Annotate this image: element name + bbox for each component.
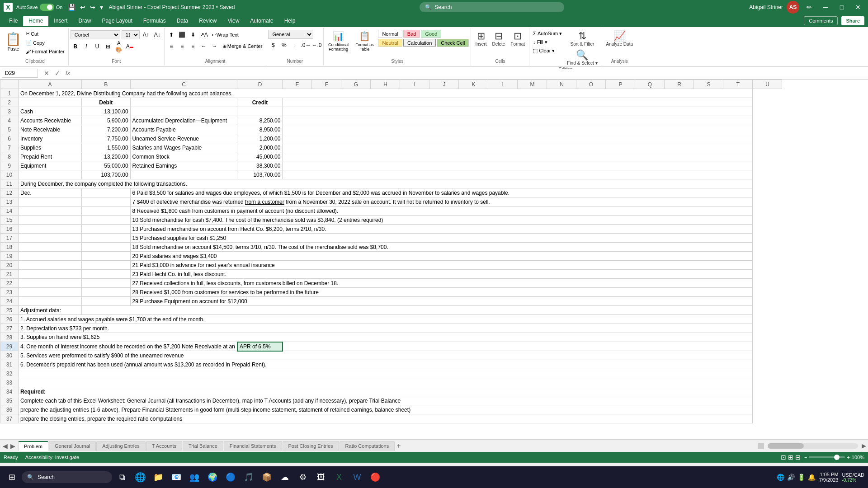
redo-button[interactable]: ↪ bbox=[88, 3, 97, 12]
row-header-11[interactable]: 11 bbox=[0, 179, 19, 188]
col-header-l[interactable]: L bbox=[488, 80, 518, 89]
check-cell-style[interactable]: Check Cell bbox=[437, 39, 469, 47]
row-header-29[interactable]: 29 bbox=[0, 342, 19, 351]
col-header-a[interactable]: A bbox=[19, 80, 82, 89]
cell-a16[interactable] bbox=[19, 225, 82, 234]
task-view-button[interactable]: ⧉ bbox=[114, 469, 130, 485]
cell-a11[interactable]: During December, the company completed t… bbox=[19, 179, 753, 188]
cell-a27[interactable]: 2. Depreciation was $733 per month. bbox=[19, 324, 753, 333]
cell-a12[interactable]: Dec. bbox=[19, 188, 82, 197]
italic-button[interactable]: I bbox=[81, 42, 91, 52]
cell-c15[interactable]: 10 Sold merchandise for cash $7,400. The… bbox=[130, 216, 753, 225]
row-header-35[interactable]: 35 bbox=[0, 396, 19, 405]
share-button[interactable]: Share bbox=[841, 16, 864, 25]
cell-b19[interactable] bbox=[81, 252, 130, 261]
paste-button[interactable]: 📋 Paste bbox=[4, 30, 23, 53]
settings-taskbar-button[interactable]: ⚙ bbox=[295, 469, 311, 485]
font-size-select[interactable]: 11 bbox=[122, 30, 140, 39]
col-header-c[interactable]: C bbox=[130, 80, 237, 89]
cell-c2[interactable] bbox=[130, 98, 237, 107]
cell-c17[interactable]: 15 Purchased supplies for cash $1,250 bbox=[130, 234, 753, 243]
tab-formulas[interactable]: Formulas bbox=[138, 16, 171, 26]
tab-review[interactable]: Review bbox=[193, 16, 222, 26]
sheet-tab-ratio-computations[interactable]: Ratio Computations bbox=[340, 441, 395, 451]
align-center-button[interactable]: ≡ bbox=[177, 41, 187, 51]
cell-a4[interactable]: Accounts Receivable bbox=[19, 116, 82, 125]
col-header-s[interactable]: S bbox=[694, 80, 723, 89]
cell-d7[interactable]: 2,000.00 bbox=[237, 143, 283, 152]
row-header-26[interactable]: 26 bbox=[0, 315, 19, 324]
cell-a9[interactable]: Equipment bbox=[19, 161, 82, 170]
cell-b24[interactable] bbox=[81, 297, 130, 306]
delete-button[interactable]: ⊟ Delete bbox=[490, 30, 508, 48]
row-header-24[interactable]: 24 bbox=[0, 297, 19, 306]
outlook-button[interactable]: 📧 bbox=[168, 469, 184, 485]
cell-c10[interactable] bbox=[130, 170, 237, 179]
cell-b15[interactable] bbox=[81, 216, 130, 225]
col-header-q[interactable]: Q bbox=[635, 80, 665, 89]
battery-icon[interactable]: 🔋 bbox=[797, 474, 805, 481]
cell-e7[interactable] bbox=[283, 143, 753, 152]
cell-e3[interactable] bbox=[283, 107, 753, 116]
tab-help[interactable]: Help bbox=[279, 16, 301, 26]
row-header-10[interactable]: 10 bbox=[0, 170, 19, 179]
cell-a36[interactable]: prepare the adjusting entries (1-6 above… bbox=[19, 405, 753, 414]
tab-draw[interactable]: Draw bbox=[73, 16, 96, 26]
page-break-view-button[interactable]: ⊟ bbox=[795, 454, 801, 461]
decrease-indent-button[interactable]: ← bbox=[199, 41, 209, 51]
col-header-e[interactable]: E bbox=[283, 80, 312, 89]
row-header-22[interactable]: 22 bbox=[0, 279, 19, 288]
spreadsheet-container[interactable]: A B C D E F G H I J K L M N O P Q R S T bbox=[0, 80, 868, 439]
conditional-format-button[interactable]: 📊 Conditional Formatting bbox=[326, 30, 351, 52]
cell-c18[interactable]: 18 Sold merchandise on account $14,500, … bbox=[130, 243, 753, 252]
add-sheet-button[interactable]: + bbox=[396, 442, 401, 450]
horizontal-scrollbar[interactable] bbox=[768, 443, 858, 449]
row-header-30[interactable]: 30 bbox=[0, 351, 19, 360]
cell-c19[interactable]: 20 Paid salaries and wages $3,400 bbox=[130, 252, 753, 261]
format-painter-button[interactable]: 🖌 Format Painter bbox=[24, 48, 66, 55]
row-header-20[interactable]: 20 bbox=[0, 261, 19, 270]
row-header-33[interactable]: 33 bbox=[0, 378, 19, 387]
cell-a26[interactable]: 1. Accrued salaries and wages payable we… bbox=[19, 315, 753, 324]
cut-button[interactable]: ✂ Cut bbox=[24, 30, 66, 38]
cell-b25[interactable] bbox=[81, 306, 753, 315]
cell-a10[interactable] bbox=[19, 170, 82, 179]
cell-a3[interactable]: Cash bbox=[19, 107, 82, 116]
cancel-formula-button[interactable]: ✕ bbox=[42, 69, 51, 78]
cell-d10[interactable]: 103,700.00 bbox=[237, 170, 283, 179]
increase-font-button[interactable]: A↑ bbox=[141, 30, 151, 40]
cell-c21[interactable]: 23 Paid Hecht Co. in full, less discount… bbox=[130, 270, 753, 279]
col-header-p[interactable]: P bbox=[606, 80, 635, 89]
cell-a35[interactable]: Complete each tab of this Excel Workshee… bbox=[19, 396, 753, 405]
orientation-button[interactable]: ↗A bbox=[199, 30, 209, 40]
row-header-23[interactable]: 23 bbox=[0, 288, 19, 297]
cell-a23[interactable] bbox=[19, 288, 82, 297]
cell-c9[interactable]: Retained Earnings bbox=[130, 161, 237, 170]
cell-b16[interactable] bbox=[81, 225, 130, 234]
normal-view-button[interactable]: ⊡ bbox=[781, 454, 786, 461]
cell-a25[interactable]: Adjustment data: bbox=[19, 306, 82, 315]
file-explorer-button[interactable]: 📁 bbox=[150, 469, 166, 485]
cell-c6[interactable]: Unearned Service Revenue bbox=[130, 134, 237, 143]
row-header-25[interactable]: 25 bbox=[0, 306, 19, 315]
close-button[interactable]: ✕ bbox=[852, 1, 864, 14]
row-header-15[interactable]: 15 bbox=[0, 216, 19, 225]
teams-button[interactable]: 👥 bbox=[186, 469, 203, 485]
cell-b22[interactable] bbox=[81, 279, 130, 288]
cell-e8[interactable] bbox=[283, 152, 753, 161]
page-layout-view-button[interactable]: ⊞ bbox=[788, 454, 793, 461]
cell-d3[interactable] bbox=[237, 107, 283, 116]
row-header-1[interactable]: 1 bbox=[0, 89, 19, 98]
zoom-slider[interactable] bbox=[809, 456, 845, 458]
neutral-style[interactable]: Neutral bbox=[378, 39, 402, 47]
cell-a28[interactable]: 3. Supplies on hand were $1,625 bbox=[19, 333, 753, 342]
format-table-button[interactable]: 📋 Format as Table bbox=[352, 30, 377, 52]
cell-a15[interactable] bbox=[19, 216, 82, 225]
col-header-i[interactable]: I bbox=[400, 80, 429, 89]
cell-a8[interactable]: Prepaid Rent bbox=[19, 152, 82, 161]
music-button[interactable]: 🎵 bbox=[241, 469, 257, 485]
user-avatar[interactable]: AS bbox=[787, 1, 799, 14]
row-header-17[interactable]: 17 bbox=[0, 234, 19, 243]
zoom-in-button[interactable]: + bbox=[847, 455, 849, 460]
comma-button[interactable]: , bbox=[290, 40, 300, 50]
